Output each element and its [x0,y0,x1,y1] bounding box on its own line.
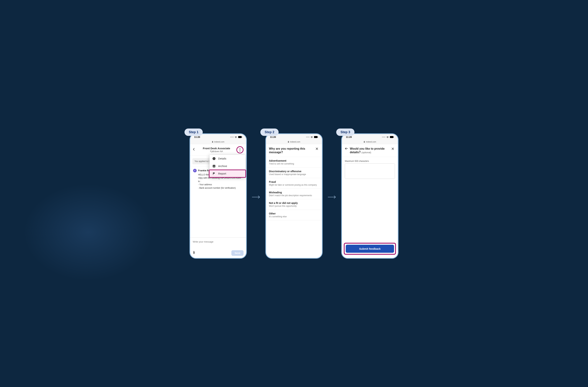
signal-icon [306,137,309,137]
submit-wrap: Submit feedback [342,240,398,258]
more-options-button[interactable] [236,146,244,153]
submit-feedback-button[interactable]: Submit feedback [346,245,394,253]
phone-frame-2: 11:20 indeed.com Why are you reporting t… [265,133,323,259]
step-1-badge: Step 1 [185,129,203,136]
send-button[interactable]: Send [231,250,244,256]
reason-sub: Won't pursue this opportunity [269,205,319,207]
step-3-badge: Step 3 [336,129,355,136]
reason-title: Fraud [269,180,319,183]
message-line-4: - Bank account number (for verification) [198,186,243,190]
signal-icon [382,137,385,137]
char-limit-label: Maximum 500 characters [345,160,395,162]
wifi-icon [386,136,389,139]
reason-advertisement[interactable]: Advertisement Tried to sell me something [266,157,322,168]
avatar: F [193,169,197,172]
report-modal-title: Why are you reporting this message? [269,147,315,154]
status-icons [382,136,394,139]
reason-sub: It's something else [269,215,319,218]
reason-sub: Didn't match the job description require… [269,194,319,197]
dropdown-details[interactable]: Details [210,155,245,162]
tutorial-stage: Step 1 11:20 indeed.com Front Desk A [189,129,399,259]
options-dropdown: Details Archive Report [210,155,245,177]
svg-rect-10 [390,136,393,138]
message-header: Front Desk Associate Fjällräven NA [190,144,246,156]
arrow-left-icon [345,147,348,150]
flag-icon [212,172,216,175]
reason-title: Misleading [269,191,319,194]
step-2-column: Step 2 11:20 indeed.com Why are you repo… [265,129,323,259]
job-title: Front Desk Associate [197,147,236,150]
info-icon [212,157,216,160]
reason-misleading[interactable]: Misleading Didn't match the job descript… [266,189,322,199]
dropdown-archive[interactable]: Archive [210,162,245,170]
details-textarea[interactable] [345,163,395,179]
lock-icon [364,141,365,143]
svg-rect-1 [242,137,242,137]
report-reason-list: Advertisement Tried to sell me something… [266,157,322,220]
chevron-left-icon [193,148,195,151]
details-modal-header: Would you like to provide details? (opti… [342,144,398,157]
svg-rect-9 [288,142,289,143]
reason-title: Not a fit or did not apply [269,202,319,204]
url-domain: indeed.com [214,141,224,143]
message-input[interactable] [193,239,244,250]
reason-title: Other [269,212,319,215]
dropdown-report[interactable]: Report [209,170,246,178]
close-icon [391,147,394,150]
dropdown-report-label: Report [218,172,226,175]
step-1-column: Step 1 11:20 indeed.com Front Desk A [189,129,247,259]
svg-rect-12 [364,142,365,143]
message-line-3: - Your address [198,183,243,186]
compose-area: Send [190,237,246,258]
kebab-icon [240,148,240,151]
reason-sub: Used biased or inappropriate language [269,173,319,176]
reason-fraud[interactable]: Fraud Might be fake or someone posing as… [266,178,322,189]
svg-rect-8 [318,137,318,137]
url-domain: indeed.com [366,141,376,143]
svg-rect-0 [238,136,242,138]
svg-rect-7 [314,136,317,138]
svg-rect-11 [394,137,394,137]
close-button[interactable] [391,147,395,151]
details-body: Maximum 500 characters [342,157,398,182]
reason-title: Discriminatory or offensive [269,170,319,173]
submit-highlight: Submit feedback [344,243,396,255]
details-title-suffix: (optional) [361,151,371,154]
attach-button[interactable] [193,251,195,255]
dropdown-details-label: Details [218,157,226,160]
url-bar: indeed.com [190,140,246,144]
status-icons [230,136,242,139]
battery-icon [390,136,394,138]
back-button[interactable] [345,147,350,151]
svg-point-5 [214,158,214,158]
details-modal-title: Would you like to provide details? (opti… [350,147,391,154]
url-domain: indeed.com [290,141,300,143]
reason-discriminatory[interactable]: Discriminatory or offensive Used biased … [266,168,322,178]
close-icon [315,147,318,150]
status-time: 11:20 [194,136,200,138]
close-button[interactable] [315,147,319,151]
reason-not-a-fit[interactable]: Not a fit or did not apply Won't pursue … [266,199,322,210]
company-name: Fjällräven NA [197,150,236,153]
lock-icon [212,141,213,143]
reason-sub: Tried to sell me something [269,163,319,165]
reason-sub: Might be fake or someone posing as this … [269,184,319,186]
header-center: Front Desk Associate Fjällräven NA [197,147,236,153]
flow-arrow-1 [252,194,260,200]
svg-rect-4 [214,158,214,159]
back-button[interactable] [193,148,197,152]
dropdown-archive-label: Archive [218,165,227,168]
reason-title: Advertisement [269,159,319,162]
phone-frame-1: 11:20 indeed.com Front Desk Associate Fj… [189,133,247,259]
wifi-icon [310,136,313,139]
status-time: 11:20 [270,136,276,138]
signal-icon [230,137,233,137]
paperclip-icon [193,251,195,254]
battery-icon [238,136,242,138]
url-bar: indeed.com [266,140,322,144]
step-2-badge: Step 2 [260,129,279,136]
sender-name: Frankie Ro [198,169,210,172]
reason-other[interactable]: Other It's something else [266,210,322,220]
flow-arrow-2 [328,194,336,200]
url-bar: indeed.com [342,140,398,144]
